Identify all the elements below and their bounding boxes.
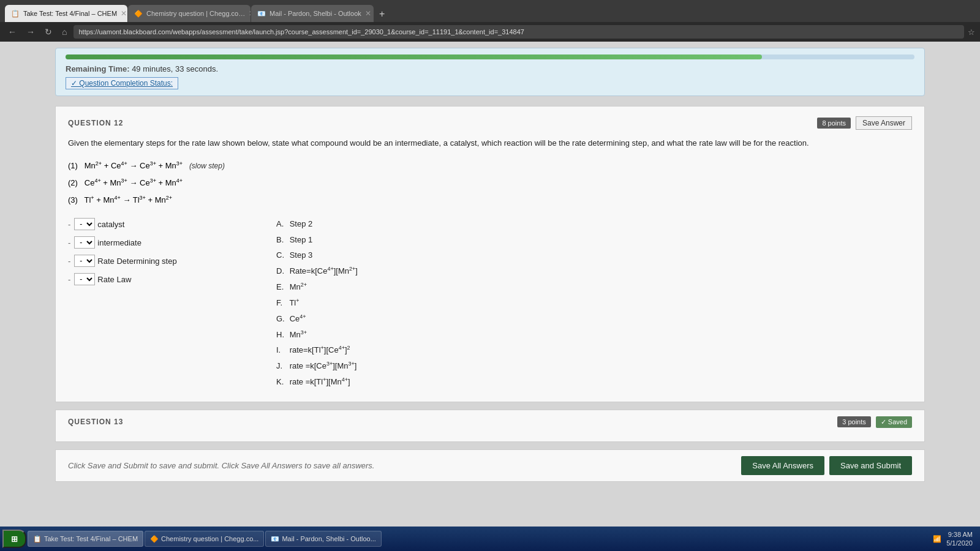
dropdown-rate-law: - - Rate Law (68, 273, 264, 285)
choice-h: H. Mn3+ (276, 328, 912, 340)
catalyst-label: catalyst (97, 220, 124, 229)
dropdown-intermediate: - - intermediate (68, 236, 264, 249)
tab-close-btn[interactable]: ✕ (121, 9, 127, 18)
question-12-meta: 8 points Save Answer (817, 116, 912, 130)
left-column: - - catalyst - - intermediate - - (68, 218, 264, 391)
page-content: Remaining Time: 49 minutes, 33 seconds. … (0, 42, 980, 544)
windows-icon: ⊞ (11, 534, 18, 544)
choice-j-text: rate =k[Ce3+][Mn3+] (290, 361, 357, 370)
right-column: A. Step 2 B. Step 1 C. Step 3 D. Rate=k[… (276, 218, 912, 391)
tab-label-chegg: Chemistry question | Chegg.co… (146, 10, 245, 17)
intermediate-select[interactable]: - (74, 236, 95, 249)
saved-badge: ✓ Saved (876, 416, 912, 428)
tab-active[interactable]: 📋 Take Test: Test 4/Final – CHEM ✕ (5, 5, 127, 22)
question-13-block: QUESTION 13 3 points ✓ Saved (55, 410, 925, 442)
question-12-header: QUESTION 12 8 points Save Answer (68, 116, 912, 130)
remaining-time-value: 49 minutes, 33 seconds. (132, 64, 218, 73)
eq-num-3: (3) (68, 195, 82, 204)
choice-g: G. Ce4+ (276, 312, 912, 324)
time-display: 9:38 AM 5/1/2020 (946, 530, 973, 548)
completion-status-link[interactable]: ✓ Question Completion Status: (66, 77, 178, 89)
rate-determining-select[interactable]: - (74, 255, 95, 267)
tab-chegg[interactable]: 🔶 Chemistry question | Chegg.co… ✕ (128, 5, 251, 22)
eq-num-1: (1) (68, 161, 82, 170)
dash-2: - (68, 238, 70, 247)
choice-c-text: Step 3 (290, 250, 313, 260)
equation-2: (2) Ce4+ + Mn3+ → Ce3+ + Mn4+ (68, 175, 912, 191)
choice-g-text: Ce4+ (290, 314, 306, 323)
dash-4: - (68, 275, 70, 284)
address-bar: ← → ↻ ⌂ ☆ (0, 22, 980, 42)
reload-button[interactable]: ↻ (42, 25, 55, 39)
choice-e-text: Mn2+ (290, 282, 307, 291)
start-button[interactable]: ⊞ (2, 530, 26, 548)
tab-bar: 📋 Take Test: Test 4/Final – CHEM ✕ 🔶 Che… (5, 0, 390, 22)
tab-icon: 📋 (11, 10, 20, 18)
dropdown-rate-determining: - - Rate Determining step (68, 255, 264, 267)
question-13-points: 3 points (837, 416, 871, 427)
taskbar-item-chegg-label: Chemistry question | Chegg.co... (161, 535, 258, 542)
home-button[interactable]: ⌂ (59, 25, 70, 39)
taskbar: ⊞ 📋 Take Test: Test 4/Final – CHEM 🔶 Che… (0, 527, 980, 551)
taskbar-item-test-label: Take Test: Test 4/Final – CHEM (44, 535, 138, 542)
new-tab-button[interactable]: + (374, 6, 390, 22)
choice-i-text: rate=k[Tl+][Ce4+]2 (290, 345, 350, 354)
tab-close-mail[interactable]: ✕ (365, 9, 371, 18)
address-input[interactable] (74, 25, 964, 39)
footer-bar: Click Save and Submit to save and submit… (55, 449, 925, 482)
question-12-block: QUESTION 12 8 points Save Answer Given t… (55, 106, 925, 402)
timer-bar-fill (66, 54, 762, 59)
catalyst-select[interactable]: - (74, 218, 95, 230)
question-13-number: QUESTION 13 (68, 418, 123, 426)
taskbar-item-test[interactable]: 📋 Take Test: Test 4/Final – CHEM (28, 531, 143, 547)
question-13-meta: 3 points ✓ Saved (837, 416, 912, 428)
intermediate-label: intermediate (97, 238, 141, 247)
rate-law-label: Rate Law (97, 275, 131, 284)
timer-section: Remaining Time: 49 minutes, 33 seconds. … (55, 48, 925, 96)
footer-buttons: Save All Answers Save and Submit (741, 456, 912, 475)
tab-label-mail: Mail - Pardon, Shelbi - Outlook (270, 10, 361, 17)
forward-button[interactable]: → (23, 25, 38, 39)
choice-c: C. Step 3 (276, 249, 912, 261)
taskbar-item-test-icon: 📋 (33, 535, 42, 543)
clock-date: 5/1/2020 (946, 539, 973, 547)
dash-1: - (68, 220, 70, 229)
remaining-time: Remaining Time: 49 minutes, 33 seconds. (66, 64, 914, 73)
choice-d: D. Rate=k[Ce4+][Mn2+] (276, 265, 912, 277)
footer-instruction: Click Save and Submit to save and submit… (68, 461, 374, 470)
taskbar-item-mail-icon: 📧 (271, 535, 279, 543)
equation-3: (3) Tl+ + Mn4+ → Tl3+ + Mn2+ (68, 192, 912, 208)
bookmark-icon[interactable]: ☆ (968, 28, 975, 37)
choice-h-text: Mn3+ (290, 330, 307, 339)
choice-e: E. Mn2+ (276, 281, 912, 293)
choice-a-text: Step 2 (290, 219, 313, 228)
equation-1: (1) Mn2+ + Ce4+ → Ce3+ + Mn3+ (slow step… (68, 158, 912, 174)
timer-bar-container (66, 54, 914, 59)
answer-layout: - - catalyst - - intermediate - - (68, 218, 912, 391)
eq-content-3: Tl+ + Mn4+ → Tl3+ + Mn2+ (85, 195, 172, 204)
question-12-number: QUESTION 12 (68, 119, 123, 127)
question-12-points: 8 points (817, 118, 851, 129)
taskbar-item-chegg[interactable]: 🔶 Chemistry question | Chegg.co... (145, 531, 264, 547)
eq-num-2: (2) (68, 178, 82, 187)
save-and-submit-button[interactable]: Save and Submit (829, 456, 912, 475)
choice-k: K. rate =k[Tl+][Mn4+] (276, 376, 912, 388)
save-answer-button[interactable]: Save Answer (856, 116, 912, 130)
question-13-header: QUESTION 13 3 points ✓ Saved (68, 416, 912, 428)
tab-icon-mail: 📧 (257, 10, 266, 18)
browser-chrome: 📋 Take Test: Test 4/Final – CHEM ✕ 🔶 Che… (0, 0, 980, 22)
taskbar-item-mail[interactable]: 📧 Mail - Pardon, Shelbi - Outloo... (265, 531, 381, 547)
choice-a: A. Step 2 (276, 218, 912, 230)
back-button[interactable]: ← (5, 25, 20, 39)
tab-mail[interactable]: 📧 Mail - Pardon, Shelbi - Outlook ✕ (251, 5, 374, 22)
tab-icon-chegg: 🔶 (134, 10, 143, 18)
taskbar-right: 📶 9:38 AM 5/1/2020 (933, 530, 978, 548)
rate-law-select[interactable]: - (74, 273, 95, 285)
eq-content-2: Ce4+ + Mn3+ → Ce3+ + Mn4+ (85, 178, 183, 187)
tab-close-chegg[interactable]: ✕ (249, 9, 251, 18)
choice-f-text: Tl+ (289, 298, 299, 307)
clock-time: 9:38 AM (946, 530, 973, 539)
choice-k-text: rate =k[Tl+][Mn4+] (290, 377, 350, 386)
remaining-time-label: Remaining Time: (66, 64, 130, 73)
save-all-answers-button[interactable]: Save All Answers (741, 456, 824, 475)
